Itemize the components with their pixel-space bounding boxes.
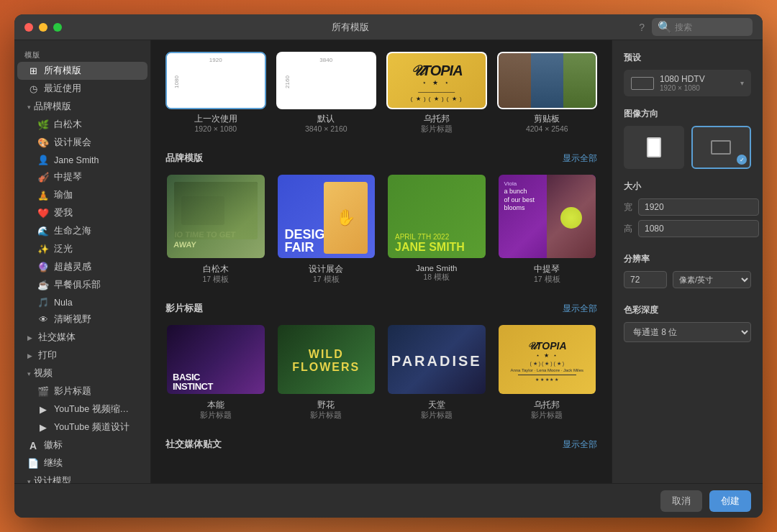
portrait-button[interactable] — [624, 126, 684, 169]
sidebar-item-label: 白松木 — [54, 119, 137, 131]
social-show-all[interactable]: 显示全部 — [563, 439, 597, 451]
sidebar-item-breakfast[interactable]: ☕ 早餐俱乐部 — [17, 276, 147, 294]
search-input[interactable] — [675, 22, 747, 32]
template-basic-instinct[interactable]: BAsicINSTINCT 本能 影片标题 — [165, 324, 266, 421]
search-bar[interactable]: 🔍 — [652, 18, 753, 36]
template-meta: 1920 × 1080 — [194, 124, 237, 133]
sidebar-item-transcend[interactable]: 🔮 超越灵感 — [17, 258, 147, 276]
template-viola[interactable]: Viola a bunchof our bestblooms 中提琴 17 模板 — [497, 173, 598, 285]
resolution-row: 像素/英寸 像素/厘米 — [624, 271, 751, 288]
chevron-down-icon: ▾ — [27, 370, 31, 377]
jane-smith-text: JANE SMITH — [395, 241, 465, 254]
preset-section: 预设 1080 HDTV 1920 × 1080 ▾ — [624, 52, 751, 96]
width-input[interactable] — [638, 198, 759, 216]
template-name: 天堂 — [428, 400, 445, 411]
sidebar-item-design-fair[interactable]: 🎨 设计展会 — [17, 134, 147, 152]
template-default[interactable]: 3840 2160 默认 3840 × 2160 — [276, 52, 377, 134]
orientation-section: 图像方向 ✓ — [624, 108, 751, 169]
template-jane-smith[interactable]: APRIL 7TH 2022 JANE SMITH Jane Smith 18 … — [386, 173, 487, 285]
resolution-input[interactable] — [624, 271, 667, 288]
sidebar-item-label: 影片标题 — [54, 385, 137, 398]
sidebar-item-jane-smith[interactable]: 👤 Jane Smith — [17, 152, 147, 168]
close-button[interactable] — [24, 23, 33, 32]
template-utopia2[interactable]: 𝒰TOPIA ⋆ ★ ⋆ ( ★ ) ( ★ ) ( ★ ) Anna Tayl… — [497, 324, 598, 421]
sidebar-item-sea[interactable]: 🌊 生命之海 — [17, 222, 147, 240]
template-clipboard[interactable]: 剪贴板 4204 × 2546 — [497, 52, 598, 134]
sidebar-group-brand[interactable]: ▾ 品牌模版 — [17, 98, 147, 116]
selected-check: ✓ — [737, 155, 747, 165]
color-depth-select[interactable]: 每通道 8 位 每通道 16 位 每通道 32 位 — [624, 322, 751, 342]
sidebar-item-all[interactable]: ⊞ 所有模版 — [17, 62, 147, 80]
template-wildflowers[interactable]: WILDFLOWERS 野花 影片标题 — [276, 324, 377, 421]
preset-selector[interactable]: 1080 HDTV 1920 × 1080 ▾ — [624, 70, 751, 96]
cancel-button[interactable]: 取消 — [660, 490, 702, 512]
social-group-label: 社交媒体 — [38, 331, 76, 344]
sidebar-group-video[interactable]: ▾ 视频 — [17, 364, 147, 382]
sidebar-item-youtube-thumb[interactable]: ▶ YouTube 视频缩略图 — [17, 400, 147, 418]
template-name: Jane Smith — [416, 264, 458, 272]
sidebar-item-yoga[interactable]: 🧘 瑜伽 — [17, 186, 147, 204]
landscape-icon — [711, 140, 731, 155]
youtube-icon: ▶ — [37, 404, 49, 415]
sidebar-item-diffuse[interactable]: ✨ 泛光 — [17, 240, 147, 258]
main-area: 1920 1080 上一次使用 1920 × 1080 3840 2160 — [151, 40, 612, 483]
sidebar-item-youtube-channel[interactable]: ▶ YouTube 频道设计 — [17, 418, 147, 436]
template-name: 白松木 — [203, 264, 229, 275]
sidebar-item-continue[interactable]: 📄 继续 — [17, 454, 147, 472]
yoga-icon: 🧘 — [37, 190, 49, 201]
movie-show-all[interactable]: 显示全部 — [563, 303, 597, 315]
sidebar-item-nula[interactable]: 🎵 Nula — [17, 294, 147, 311]
social-section-title: 社交媒体贴文 — [165, 438, 222, 451]
landscape-button[interactable]: ✓ — [691, 126, 752, 169]
size-label-width: 1920 — [209, 57, 222, 63]
preset-size: 1920 × 1080 — [660, 84, 735, 92]
width-label: 宽 — [624, 201, 632, 214]
template-meta: 影片标题 — [310, 411, 342, 421]
social-section-header: 社交媒体贴文 显示全部 — [165, 438, 597, 451]
minimize-button[interactable] — [39, 23, 47, 32]
sidebar-group-social[interactable]: ▶ 社交媒体 — [17, 329, 147, 347]
template-name: 野花 — [317, 400, 335, 411]
template-name: 本能 — [207, 400, 224, 411]
maximize-button[interactable] — [53, 23, 62, 32]
logo-icon: A — [27, 440, 39, 451]
template-hakumatsu[interactable]: IO TIME TO GETAWAY 白松木 17 模板 — [165, 173, 266, 285]
size-label-height: 1080 — [173, 75, 180, 88]
template-meta: 影片标题 — [421, 411, 453, 421]
template-utopia[interactable]: 𝒰TOPIA ⋆ ★ ⋆ ───────── ( ★ ) ( ★ ) ( ★ )… — [386, 52, 487, 134]
sidebar-item-label: 早餐俱乐部 — [54, 279, 137, 291]
sidebar-item-clearvision[interactable]: 👁 清晰视野 — [17, 311, 147, 329]
template-paradise[interactable]: PARADISE 天堂 影片标题 — [386, 324, 487, 421]
resolution-label: 分辨率 — [624, 253, 751, 265]
sidebar-item-label: 泛光 — [54, 243, 137, 255]
height-input[interactable] — [638, 220, 759, 237]
coffee-icon: ☕ — [37, 280, 49, 290]
brand-show-all[interactable]: 显示全部 — [563, 152, 597, 165]
help-icon[interactable]: ? — [639, 22, 645, 33]
doc-icon: 📄 — [27, 458, 39, 469]
design-model-label: 设计模型 — [34, 475, 71, 483]
template-name: 乌托邦 — [424, 114, 450, 124]
grid-icon: ⊞ — [27, 65, 39, 76]
brand-section-header: 品牌模版 显示全部 — [165, 152, 597, 165]
portrait-icon — [647, 137, 661, 157]
sidebar-group-print[interactable]: ▶ 打印 — [17, 347, 147, 364]
sidebar-item-movie-title[interactable]: 🎬 影片标题 — [17, 382, 147, 400]
template-meta: 影片标题 — [421, 124, 453, 134]
sidebar-item-viola[interactable]: 🎻 中提琴 — [17, 168, 147, 186]
jane-date-text: APRIL 7TH 2022 — [395, 233, 449, 241]
utopia-content: 𝒰TOPIA ⋆ ★ ⋆ ( ★ ) ( ★ ) ( ★ ) Anna Tayl… — [510, 340, 583, 382]
paradise-text-label: PARADISE — [391, 353, 482, 370]
crystal-icon: 🔮 — [37, 262, 49, 272]
create-button[interactable]: 创建 — [709, 490, 751, 512]
resolution-unit-select[interactable]: 像素/英寸 像素/厘米 — [673, 271, 751, 288]
template-design-fair[interactable]: ✋ DESIGNFAIR 设计展会 17 模板 — [276, 173, 377, 285]
sidebar-group-design-model[interactable]: ▾ 设计模型 — [17, 472, 147, 483]
sidebar-item-hakumatsu[interactable]: 🌿 白松木 — [17, 116, 147, 134]
template-last-used[interactable]: 1920 1080 上一次使用 1920 × 1080 — [165, 52, 266, 134]
sidebar-item-love[interactable]: ❤️ 爱我 — [17, 204, 147, 222]
width-row: 宽 像素 英寸 厘米 — [624, 198, 751, 216]
sidebar-item-logo[interactable]: A 徽标 — [17, 436, 147, 454]
sidebar-item-recent[interactable]: ◷ 最近使用 — [17, 80, 147, 98]
orientation-label: 图像方向 — [624, 108, 751, 120]
